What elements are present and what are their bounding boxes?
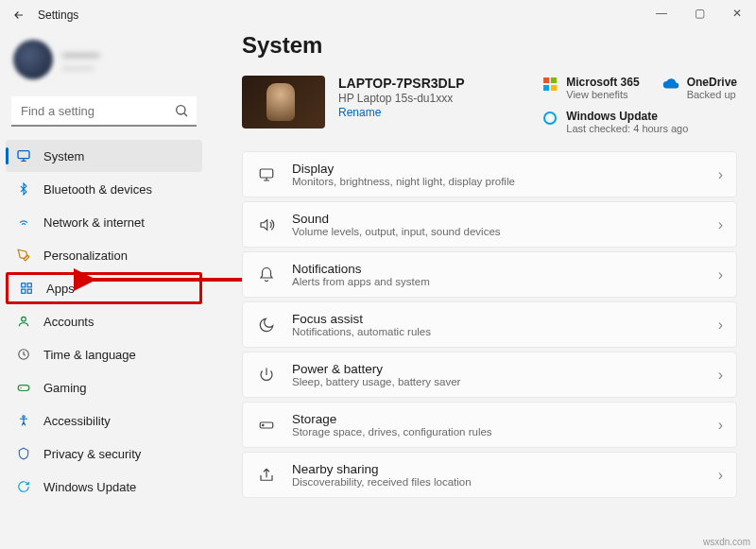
sidebar-item-privacy[interactable]: Privacy & security [6, 437, 202, 470]
device-thumbnail[interactable] [242, 76, 325, 129]
user-block[interactable]: ——— ——— [6, 34, 202, 91]
chevron-right-icon: › [718, 367, 723, 384]
close-button[interactable]: ✕ [718, 0, 756, 26]
sidebar-item-label: Personalization [43, 249, 128, 263]
svg-point-17 [263, 424, 265, 426]
maximize-button[interactable]: ▢ [680, 0, 718, 26]
chevron-right-icon: › [718, 467, 723, 484]
card-windows-update[interactable]: Windows UpdateLast checked: 4 hours ago [541, 110, 737, 134]
chevron-right-icon: › [718, 317, 723, 334]
svg-point-6 [22, 317, 26, 321]
row-title: Notifications [292, 262, 430, 276]
row-desc: Storage space, drives, configuration rul… [292, 426, 492, 437]
sidebar-item-windows-update[interactable]: Windows Update [6, 471, 202, 503]
sidebar-item-personalization[interactable]: Personalization [6, 239, 202, 271]
titlebar: Settings ― ▢ ✕ [0, 0, 756, 30]
search-box[interactable] [11, 96, 197, 127]
sidebar: ——— ——— System Bluetooth & devices Netwo… [0, 30, 208, 549]
card-sub: View benefits [566, 89, 639, 100]
avatar [13, 40, 53, 79]
back-button[interactable] [8, 4, 30, 26]
row-title: Nearby sharing [292, 462, 472, 476]
main-content: System LAPTOP-7PSR3DLP HP Laptop 15s-du1… [208, 30, 756, 549]
storage-icon [256, 417, 277, 434]
sidebar-item-accessibility[interactable]: Accessibility [6, 404, 202, 437]
search-input[interactable] [11, 96, 197, 127]
svg-rect-1 [18, 151, 29, 159]
row-power[interactable]: Power & batterySleep, battery usage, bat… [242, 352, 737, 398]
row-display[interactable]: DisplayMonitors, brightness, night light… [242, 151, 737, 197]
rename-link[interactable]: Rename [338, 106, 465, 119]
bluetooth-icon [15, 180, 32, 197]
search-icon [174, 103, 189, 122]
bell-icon [256, 266, 277, 283]
time-icon [15, 346, 32, 363]
update-icon [15, 478, 32, 495]
power-icon [256, 367, 277, 384]
row-title: Sound [292, 212, 501, 226]
sidebar-item-label: Time & language [43, 348, 136, 362]
card-onedrive[interactable]: OneDriveBacked up [662, 76, 737, 100]
row-focus-assist[interactable]: Focus assistNotifications, automatic rul… [242, 301, 737, 348]
card-title: OneDrive [687, 76, 737, 89]
row-desc: Volume levels, output, input, sound devi… [292, 226, 501, 237]
device-name: LAPTOP-7PSR3DLP [338, 76, 465, 91]
sidebar-item-time[interactable]: Time & language [6, 338, 202, 370]
m365-icon [541, 76, 558, 93]
card-sub: Last checked: 4 hours ago [566, 123, 688, 134]
svg-point-9 [23, 416, 25, 418]
share-icon [256, 467, 277, 484]
watermark: wsxdn.com [703, 537, 750, 547]
row-desc: Monitors, brightness, night light, displ… [292, 176, 515, 187]
minimize-button[interactable]: ― [643, 0, 680, 26]
sidebar-item-apps[interactable]: Apps [6, 272, 202, 304]
sidebar-item-label: Accounts [43, 315, 94, 329]
moon-icon [256, 317, 277, 334]
svg-rect-13 [551, 85, 557, 91]
network-icon [15, 214, 32, 231]
chevron-right-icon: › [718, 417, 723, 434]
svg-point-0 [177, 106, 185, 114]
sidebar-item-gaming[interactable]: Gaming [6, 371, 202, 403]
onedrive-icon [662, 76, 679, 93]
sidebar-item-label: System [43, 149, 84, 163]
card-title: Windows Update [566, 110, 688, 123]
sidebar-item-system[interactable]: System [6, 140, 202, 172]
chevron-right-icon: › [718, 166, 723, 183]
gaming-icon [15, 379, 32, 396]
sidebar-item-label: Bluetooth & devices [43, 182, 152, 197]
row-storage[interactable]: StorageStorage space, drives, configurat… [242, 402, 737, 448]
row-notifications[interactable]: NotificationsAlerts from apps and system… [242, 251, 737, 298]
display-icon [256, 166, 277, 183]
chevron-right-icon: › [718, 266, 723, 283]
sidebar-item-label: Privacy & security [43, 447, 141, 461]
settings-list: DisplayMonitors, brightness, night light… [242, 151, 737, 498]
shield-icon [15, 445, 32, 462]
row-title: Focus assist [292, 312, 431, 326]
window-title: Settings [38, 9, 78, 22]
svg-rect-2 [22, 283, 26, 287]
card-m365[interactable]: Microsoft 365View benefits [541, 76, 639, 100]
svg-rect-11 [551, 77, 557, 83]
sidebar-item-label: Apps [46, 282, 75, 296]
row-desc: Notifications, automatic rules [292, 326, 431, 337]
card-sub: Backed up [687, 89, 737, 100]
sidebar-item-label: Network & internet [43, 215, 145, 230]
sound-icon [256, 216, 277, 233]
sidebar-item-accounts[interactable]: Accounts [6, 305, 202, 337]
svg-rect-15 [260, 169, 273, 178]
user-email: ——— [62, 61, 99, 73]
row-title: Storage [292, 412, 492, 426]
user-name: ——— [62, 47, 99, 61]
svg-rect-3 [27, 283, 31, 287]
nav: System Bluetooth & devices Network & int… [6, 140, 202, 503]
sidebar-item-network[interactable]: Network & internet [6, 206, 202, 238]
row-nearby-sharing[interactable]: Nearby sharingDiscoverability, received … [242, 452, 737, 498]
sidebar-item-label: Gaming [43, 381, 87, 395]
row-sound[interactable]: SoundVolume levels, output, input, sound… [242, 201, 737, 248]
row-title: Power & battery [292, 362, 460, 376]
sidebar-item-bluetooth[interactable]: Bluetooth & devices [6, 173, 202, 205]
svg-rect-4 [22, 289, 26, 293]
sidebar-item-label: Windows Update [43, 480, 136, 494]
row-desc: Alerts from apps and system [292, 276, 430, 287]
